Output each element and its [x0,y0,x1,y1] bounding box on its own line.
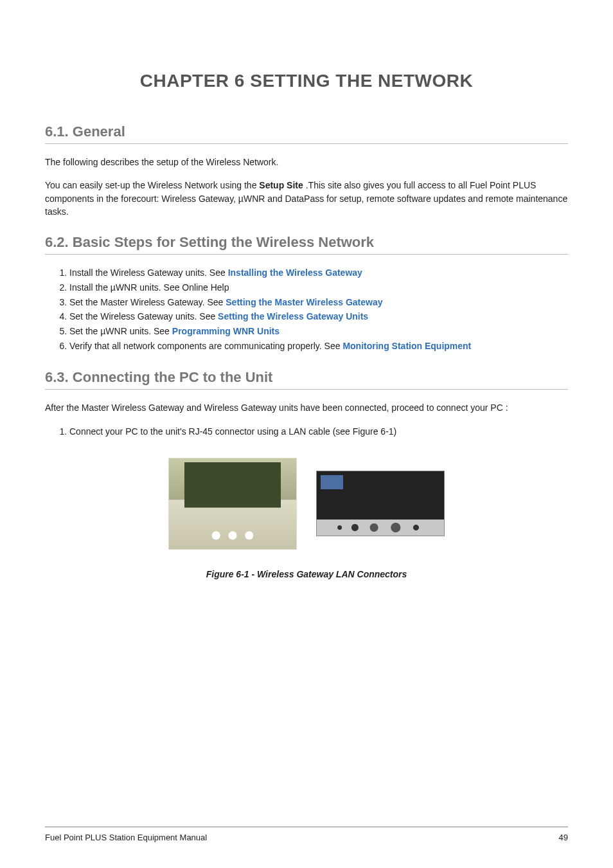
text-run: Set the µWNR units. See [69,326,172,336]
link-setting-master-wireless-gateway[interactable]: Setting the Master Wireless Gateway [226,297,382,307]
text-run: You can easily set-up the Wireless Netwo… [45,180,259,190]
text-bold: Setup Site [259,180,303,190]
section-heading-6-3: 6.3. Connecting the PC to the Unit [45,369,568,387]
section-divider [45,143,568,144]
figure-image-wireless-gateway-board [168,458,297,550]
text-run: Set the Master Wireless Gateway. See [69,297,226,307]
link-programming-wnr-units[interactable]: Programming WNR Units [172,326,280,336]
figure-row [45,458,568,550]
section-heading-6-2: 6.2. Basic Steps for Setting the Wireles… [45,234,568,252]
footer-page-number: 49 [559,833,568,842]
figure-caption: Figure 6-1 - Wireless Gateway LAN Connec… [45,569,568,579]
list-item: Set the Master Wireless Gateway. See Set… [69,296,568,310]
ordered-list: Connect your PC to the unit's RJ-45 conn… [45,425,568,439]
paragraph: After the Master Wireless Gateway and Wi… [45,401,568,414]
list-item: Connect your PC to the unit's RJ-45 conn… [69,425,568,439]
list-item: Install the Wireless Gateway units. See … [69,266,568,280]
text-run: Set the Wireless Gateway units. See [69,311,218,321]
list-item: Set the µWNR units. See Programming WNR … [69,325,568,339]
link-setting-wireless-gateway-units[interactable]: Setting the Wireless Gateway Units [218,311,368,321]
section-divider [45,254,568,255]
text-run: Install the Wireless Gateway units. See [69,267,228,278]
link-monitoring-station-equipment[interactable]: Monitoring Station Equipment [342,341,471,351]
ordered-list: Install the Wireless Gateway units. See … [45,266,568,353]
footer-divider [45,826,568,827]
paragraph: You can easily set-up the Wireless Netwo… [45,179,568,218]
text-run: Verify that all network components are c… [69,341,342,351]
section-divider [45,389,568,390]
footer-doc-title: Fuel Point PLUS Station Equipment Manual [45,833,207,842]
list-item: Verify that all network components are c… [69,339,568,354]
paragraph: The following describes the setup of the… [45,156,568,168]
chapter-title: CHAPTER 6 SETTING THE NETWORK [45,71,568,91]
page-footer: Fuel Point PLUS Station Equipment Manual… [45,826,568,842]
text-run: Install the µWNR units. See Online Help [69,282,229,293]
figure-image-wireless-gateway-box [316,471,445,536]
list-item: Install the µWNR units. See Online Help [69,281,568,295]
section-heading-6-1: 6.1. General [45,123,568,141]
link-installing-wireless-gateway[interactable]: Installing the Wireless Gateway [228,267,362,278]
list-item: Set the Wireless Gateway units. See Sett… [69,310,568,324]
